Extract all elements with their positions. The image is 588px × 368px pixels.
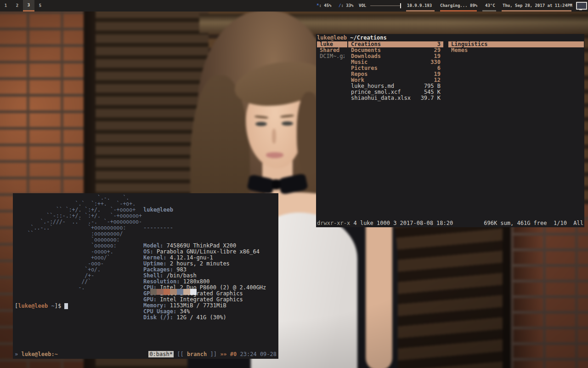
workspace-3-active[interactable]: 3 (23, 0, 34, 12)
directory-row[interactable]: Pictures6 (348, 65, 443, 71)
directory-row[interactable]: Music330 (348, 59, 443, 65)
prompt-user: luke@leeb (18, 303, 48, 309)
file-row[interactable]: shiaohui_data.xlsx39.7 K (348, 95, 443, 101)
ranger-main-column: Creations3Documents29Downloads19Music330… (348, 41, 443, 101)
neofetch-entry-label: Resolution: (143, 278, 180, 285)
workspace-5[interactable]: 5 (34, 0, 46, 12)
palette-swatch (143, 289, 150, 295)
directory-row[interactable]: Downloads19 (348, 53, 443, 59)
directory-row[interactable]: Documents29 (348, 47, 443, 53)
neofetch-entry-label: GPU: (143, 296, 157, 303)
neofetch-entry-label: CPU Usage: (143, 308, 176, 315)
tmux-bracket-open: [[ (174, 351, 187, 357)
neofetch-entry-value: /bin/bash (163, 272, 196, 279)
neofetch-entry-value: 1153MiB / 7731MiB (167, 302, 226, 309)
directory-row[interactable]: luke (317, 41, 347, 47)
neofetch-entry-value: 12G / 41G (30%) (173, 314, 226, 321)
entry-name: Downloads (351, 53, 381, 59)
directory-row[interactable]: Creations3 (348, 41, 443, 47)
prompt-path: ~ (51, 303, 55, 309)
battery-underline (440, 10, 477, 12)
palette-swatch (177, 289, 184, 295)
datetime-underline (502, 10, 571, 12)
neofetch-entry-label: Packages: (143, 266, 173, 273)
neofetch-entry-label: Uptime: (143, 260, 167, 267)
palette-swatch (170, 289, 177, 295)
neofetch-entry-value: 4.12.14-gnu-1 (167, 254, 213, 261)
volume-module: ᴹ: 45% (317, 0, 332, 12)
neofetch-title: luke@leeb (143, 207, 266, 213)
neofetch-separator: --------- (143, 225, 266, 231)
ranger-window[interactable]: luke@leeb ~/Creations lukeSharedDCIM~.gz… (316, 34, 584, 227)
directory-row[interactable]: Shared (317, 47, 347, 53)
entry-name: Music (351, 59, 368, 65)
directory-row[interactable]: DCIM~.gz (317, 53, 347, 59)
entry-name: Work (351, 77, 364, 83)
entry-name: shiaohui_data.xlsx (351, 95, 411, 101)
tmux-window[interactable]: 0:bash* (148, 351, 174, 357)
tmux-chevron-icon: » (15, 351, 21, 357)
volume-slider-thumb[interactable] (400, 3, 401, 8)
ip-underline (406, 10, 435, 12)
ranger-permissions: drwxr-xr-x (317, 220, 350, 226)
ranger-status-right: 696K sum, 461G free 1/10 All (484, 220, 583, 226)
ranger-disk-summary: 696K sum, 461G free (484, 220, 547, 226)
entry-name: Documents (351, 47, 381, 53)
entry-name: Repos (351, 71, 368, 77)
workspace-1[interactable]: 1 (0, 0, 11, 12)
shell-prompt[interactable]: [luke@leeb ~]$ (15, 303, 68, 309)
entry-name: Memes (451, 47, 468, 53)
terminal-window[interactable]: `.-. `. `.` `:++. `-+o+. `` `:+/. `:+/. … (13, 193, 278, 359)
prompt-bracket-close: ] (55, 303, 58, 309)
neofetch-entry-label: Shell: (143, 272, 163, 279)
entry-info: 39.7 K (421, 95, 441, 101)
neofetch-entries: Model: 745869U ThinkPad X200OS: Parabola… (143, 243, 266, 321)
directory-row[interactable]: Linguistics (448, 41, 584, 47)
desktop: 1 2 3 5 ᴹ: 45% /: 33% VOL 10.9.9.193 Cha… (0, 0, 588, 368)
entry-name: prince_smol.xcf (351, 89, 401, 95)
palette-swatch (157, 289, 164, 295)
volume-slider[interactable] (370, 6, 401, 6)
ranger-statusbar: drwxr-xr-x 4 luke 1000 3 2017-08-08 18:2… (317, 220, 583, 226)
color-palette (143, 289, 197, 295)
directory-row[interactable]: Memes (448, 47, 584, 53)
tmux-left: » luke@leeb:~ (15, 351, 58, 357)
neofetch-entry-label: Disk (/): (143, 314, 173, 321)
ranger-page-indicator: 1/10 (547, 220, 567, 226)
neofetch-entry-value: 2 hours, 2 minutes (167, 260, 230, 267)
ranger-parent-column: lukeSharedDCIM~.gz (317, 41, 347, 59)
prompt-dollar: $ (58, 303, 64, 309)
directory-row[interactable]: Repos19 (348, 71, 443, 77)
neofetch-entry-label: Memory: (143, 302, 167, 309)
tmux-session[interactable]: luke@leeb:~ (21, 351, 57, 357)
neofetch-entry-value: 745869U ThinkPad X200 (163, 242, 236, 249)
entry-name: Creations (351, 41, 381, 47)
neofetch-entry-value: 588x368 (180, 278, 209, 285)
entry-name: Shared (320, 47, 339, 53)
brightness-module: /: 33% (339, 0, 354, 12)
neofetch-ascii-logo: `.-. `. `.` `:++. `-+o+. `` `:+/. `:+/. … (15, 195, 142, 291)
tmux-right: 0:bash* [[ branch ]] »» #0 23:24 09-28 (148, 351, 277, 357)
neofetch-entry-label: Model: (143, 242, 163, 249)
ranger-titlebar: luke@leeb ~/Creations (317, 35, 387, 41)
entry-name: Linguistics (451, 41, 487, 47)
ranger-file-details: 4 luke 1000 3 2017-08-08 18:20 (350, 220, 453, 226)
neofetch-entry: Disk (/): 12G / 41G (30%) (143, 315, 266, 321)
neofetch-info: luke@leeb --------- Model: 745869U Think… (143, 195, 266, 333)
brightness-value: : 33% (341, 3, 353, 8)
tmux-pane: #0 (230, 351, 240, 357)
tmux-status-bar: » luke@leeb:~ 0:bash* [[ branch ]] »» #0… (15, 351, 277, 357)
neofetch-entry-label: OS: (143, 248, 153, 255)
vol-label: VOL (359, 0, 366, 12)
tmux-time: 23:24 (240, 351, 260, 357)
prompt-space (48, 303, 51, 309)
tmux-chevrons-icon: »» (220, 351, 230, 357)
status-bar: 1 2 3 5 ᴹ: 45% /: 33% VOL 10.9.9.193 Cha… (0, 0, 588, 12)
display-icon[interactable] (576, 2, 587, 10)
temperature-underline (482, 10, 496, 12)
workspace-2[interactable]: 2 (11, 0, 23, 12)
terminal-cursor (64, 303, 68, 309)
palette-swatch (190, 289, 197, 295)
volume-value: : 45% (319, 3, 331, 8)
ranger-path: ~/ (350, 34, 356, 41)
